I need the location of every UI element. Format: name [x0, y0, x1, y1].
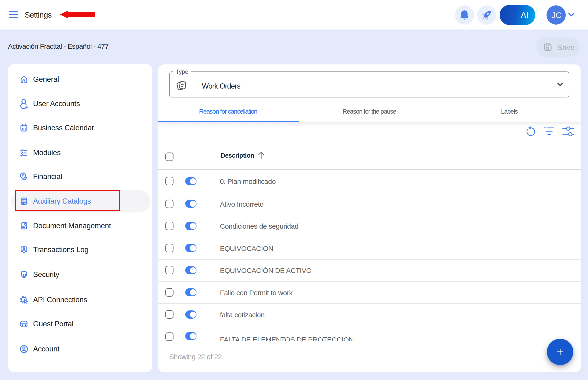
svg-text:$: $ — [22, 174, 24, 178]
